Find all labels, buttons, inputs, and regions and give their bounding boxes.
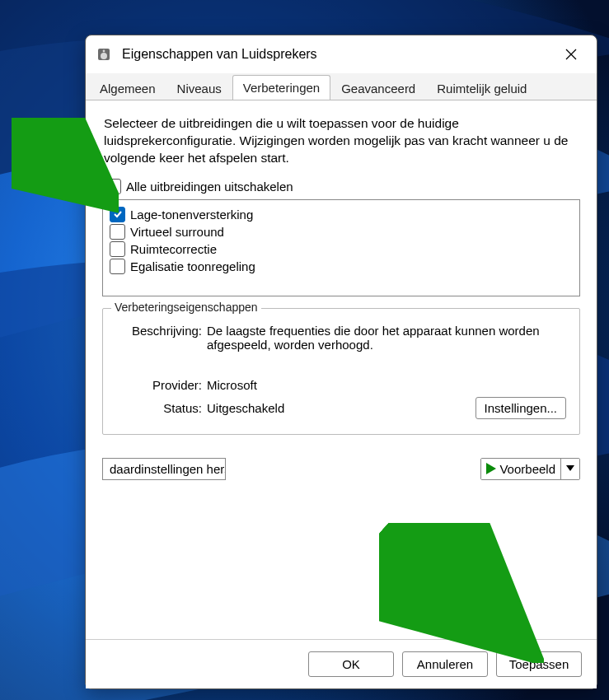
preview-split-button[interactable]: Voorbeeld — [480, 458, 580, 480]
svg-point-3 — [103, 50, 105, 53]
preview-play-button[interactable]: Voorbeeld — [481, 459, 561, 479]
cancel-button[interactable]: Annuleren — [402, 651, 488, 677]
enhancement-checkbox[interactable] — [110, 259, 125, 274]
enhancement-checkbox[interactable] — [110, 241, 125, 257]
status-value: Uitgeschakeld — [207, 401, 475, 415]
settings-button[interactable]: Instellingen... — [475, 397, 566, 419]
disable-all-row[interactable]: Alle uitbreidingen uitschakelen — [105, 179, 580, 194]
enhancement-item[interactable]: Lage-tonenversterking — [110, 207, 573, 222]
disable-all-checkbox[interactable] — [105, 179, 121, 194]
tab-enhancements[interactable]: Verbeteringen — [232, 75, 330, 100]
intro-text: Selecteer de uitbreidingen die u wilt to… — [104, 115, 579, 167]
enhancement-item[interactable]: Egalisatie toonregeling — [110, 259, 573, 274]
window-title: Eigenschappen van Luidsprekers — [122, 47, 552, 62]
enhancement-label: Lage-tonenversterking — [130, 208, 253, 222]
enhancement-properties-legend: Verbeteringseigenschappen — [111, 301, 261, 314]
tab-levels[interactable]: Niveaus — [166, 76, 232, 100]
status-label: Status: — [116, 401, 207, 415]
enhancements-list: Lage-tonenversterking Virtueel surround … — [102, 199, 580, 296]
status-row: Status: Uitgeschakeld — [116, 401, 475, 415]
svg-marker-7 — [566, 465, 574, 471]
enhancement-properties-group: Verbeteringseigenschappen Beschrijving: … — [102, 308, 580, 435]
close-icon — [565, 49, 577, 60]
tab-general[interactable]: Algemeen — [89, 76, 166, 100]
description-label: Beschrijving: — [116, 324, 207, 352]
dialog-footer: OK Annuleren Toepassen — [86, 639, 597, 688]
enhancements-tab-page: Selecteer de uitbreidingen die u wilt to… — [86, 100, 597, 639]
enhancement-item[interactable]: Ruimtecorrectie — [110, 241, 573, 257]
enhancement-label: Ruimtecorrectie — [130, 242, 217, 256]
ok-button[interactable]: OK — [308, 651, 394, 677]
speaker-icon — [96, 46, 112, 63]
tab-advanced[interactable]: Geavanceerd — [330, 76, 426, 100]
close-button[interactable] — [552, 41, 590, 68]
preview-label: Voorbeeld — [499, 462, 555, 476]
enhancement-label: Virtueel surround — [130, 225, 224, 239]
svg-marker-6 — [486, 463, 496, 474]
titlebar: Eigenschappen van Luidsprekers — [86, 35, 597, 73]
tab-bar: Algemeen Niveaus Verbeteringen Geavancee… — [86, 73, 597, 100]
description-row: Beschrijving: De laagste frequenties die… — [116, 324, 566, 352]
enhancement-checkbox[interactable] — [110, 224, 125, 240]
speaker-properties-dialog: Eigenschappen van Luidsprekers Algemeen … — [85, 35, 597, 689]
provider-label: Provider: — [116, 378, 207, 392]
provider-row: Provider: Microsoft — [116, 378, 566, 392]
enhancement-label: Egalisatie toonregeling — [130, 259, 255, 273]
description-value: De laagste frequenties die door het appa… — [207, 324, 566, 352]
dropdown-icon — [566, 465, 574, 472]
enhancement-checkbox[interactable] — [110, 207, 125, 222]
disable-all-label: Alle uitbreidingen uitschakelen — [126, 180, 293, 194]
play-icon — [486, 463, 496, 474]
enhancement-item[interactable]: Virtueel surround — [110, 224, 573, 240]
tab-spatial-sound[interactable]: Ruimtelijk geluid — [426, 76, 537, 100]
provider-value: Microsoft — [207, 378, 566, 392]
preview-dropdown-button[interactable] — [561, 459, 579, 479]
restore-defaults-button[interactable]: daardinstellingen herst — [102, 458, 226, 480]
svg-point-2 — [101, 53, 107, 59]
apply-button[interactable]: Toepassen — [496, 651, 582, 677]
